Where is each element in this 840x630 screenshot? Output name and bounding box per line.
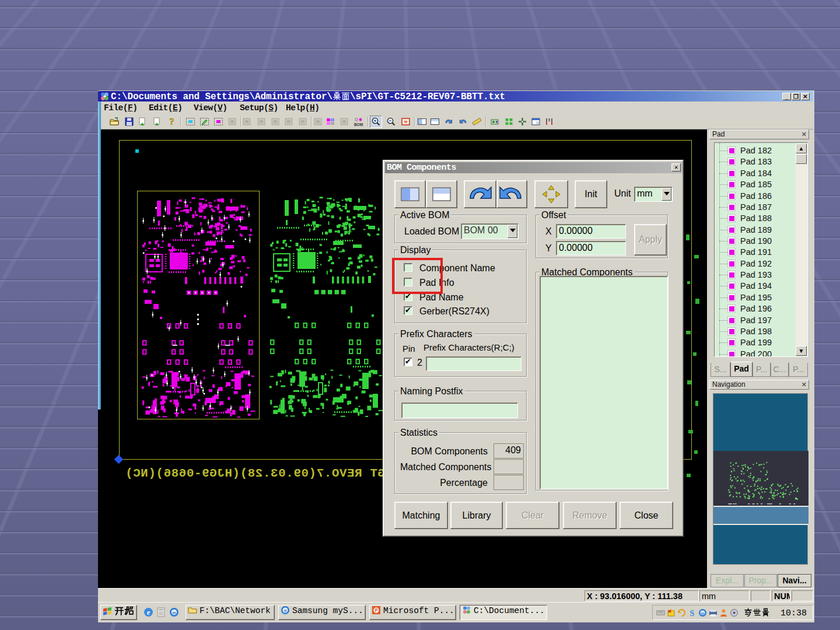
svg-text:P: P <box>374 608 378 614</box>
svg-text:e: e <box>147 608 150 617</box>
svg-text:m: m <box>284 608 286 613</box>
svg-text:S: S <box>690 609 695 618</box>
svg-text:BOM: BOM <box>354 123 363 127</box>
svg-text:m: m <box>172 610 176 615</box>
svg-text:m: m <box>701 611 705 615</box>
svg-text:?: ? <box>170 117 174 127</box>
